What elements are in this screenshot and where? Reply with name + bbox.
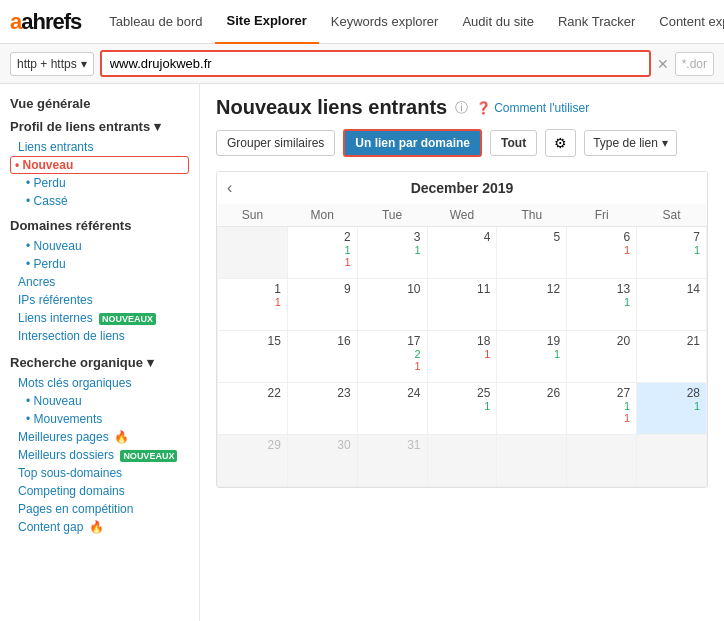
calendar-cell[interactable]: 23 (287, 383, 357, 435)
question-circle-icon: ❓ (476, 101, 491, 115)
calendar-cell[interactable]: 61 (567, 227, 637, 279)
sidebar-nouveau[interactable]: • Nouveau (10, 156, 189, 174)
day-header-sun: Sun (218, 204, 288, 227)
protocol-select[interactable]: http + https ▾ (10, 52, 94, 76)
sidebar-liens-internes[interactable]: Liens internes NOUVEAUX (10, 309, 189, 327)
calendar-cell[interactable]: 71 (637, 227, 707, 279)
calendar-cell[interactable]: 10 (357, 279, 427, 331)
how-to-link[interactable]: ❓ Comment l'utiliser (476, 101, 589, 115)
nav-site-explorer[interactable]: Site Explorer (215, 0, 319, 44)
calendar-cell[interactable]: 251 (427, 383, 497, 435)
sidebar-domaines-title: Domaines référents (10, 218, 189, 233)
calendar-cell[interactable]: 30 (287, 435, 357, 487)
day-header-wed: Wed (427, 204, 497, 227)
calendar-cell[interactable]: 12 (497, 279, 567, 331)
calendar-cell[interactable]: 5 (497, 227, 567, 279)
sidebar-top-sous-domaines[interactable]: Top sous-domaines (10, 464, 189, 482)
nav-tableau[interactable]: Tableau de bord (97, 0, 214, 44)
info-icon[interactable]: ⓘ (455, 99, 468, 117)
url-bar: http + https ▾ ✕ *.dor (0, 44, 724, 84)
domain-suffix: *.dor (675, 52, 714, 76)
tout-button[interactable]: Tout (490, 130, 537, 156)
calendar-grid: Sun Mon Tue Wed Thu Fri Sat 211314561711… (217, 204, 707, 487)
calendar-cell[interactable]: 16 (287, 331, 357, 383)
grouper-similaires-button[interactable]: Grouper similaires (216, 130, 335, 156)
sidebar-perdu[interactable]: • Perdu (10, 174, 189, 192)
sidebar-casse[interactable]: • Cassé (10, 192, 189, 210)
calendar-cell[interactable]: 14 (637, 279, 707, 331)
type-lien-select[interactable]: Type de lien ▾ (584, 130, 677, 156)
calendar-cell[interactable]: 9 (287, 279, 357, 331)
toolbar: Grouper similaires Un lien par domaine T… (216, 129, 708, 157)
sidebar-profil-liens-title: Profil de liens entrants ▾ (10, 119, 189, 134)
fire-icon-2: 🔥 (89, 520, 104, 534)
calendar-cell[interactable]: 211 (287, 227, 357, 279)
sidebar-ancres[interactable]: Ancres (10, 273, 189, 291)
nav-audit[interactable]: Audit du site (450, 0, 546, 44)
calendar-prev-button[interactable]: ‹ (227, 179, 232, 197)
sidebar-competing-domains[interactable]: Competing domains (10, 482, 189, 500)
nav-keywords-explorer[interactable]: Keywords explorer (319, 0, 451, 44)
clear-button[interactable]: ✕ (657, 56, 669, 72)
logo[interactable]: aahrefs (10, 9, 81, 35)
calendar-cell[interactable]: 26 (497, 383, 567, 435)
sidebar-liens-entrants[interactable]: Liens entrants (10, 138, 189, 156)
calendar-cell[interactable]: 22 (218, 383, 288, 435)
sidebar-meilleures-pages[interactable]: Meilleures pages 🔥 (10, 428, 189, 446)
gear-icon: ⚙ (554, 135, 567, 151)
calendar-cell[interactable]: 21 (637, 331, 707, 383)
day-header-thu: Thu (497, 204, 567, 227)
calendar-cell[interactable]: 191 (497, 331, 567, 383)
calendar-cell[interactable]: 4 (427, 227, 497, 279)
sidebar-dom-nouveau[interactable]: • Nouveau (10, 237, 189, 255)
chevron-down-icon: ▾ (147, 355, 154, 370)
calendar-cell[interactable]: 131 (567, 279, 637, 331)
calendar-cell[interactable]: 20 (567, 331, 637, 383)
settings-button[interactable]: ⚙ (545, 129, 576, 157)
sidebar-recherche-title: Recherche organique ▾ (10, 355, 189, 370)
new-badge: NOUVEAUX (99, 313, 156, 325)
sidebar-vue-generale[interactable]: Vue générale (10, 96, 189, 111)
nav-content[interactable]: Content exp... (647, 0, 724, 44)
sidebar-ips[interactable]: IPs référentes (10, 291, 189, 309)
calendar-cell[interactable] (637, 435, 707, 487)
sidebar-intersection[interactable]: Intersection de liens (10, 327, 189, 345)
calendar-cell[interactable]: 2711 (567, 383, 637, 435)
calendar-cell[interactable] (218, 227, 288, 279)
page-header: Nouveaux liens entrants ⓘ ❓ Comment l'ut… (216, 96, 708, 119)
calendar-cell[interactable]: 1721 (357, 331, 427, 383)
calendar-cell[interactable]: 31 (357, 227, 427, 279)
sidebar-mots-cles[interactable]: Mots clés organiques (10, 374, 189, 392)
calendar-cell[interactable]: 24 (357, 383, 427, 435)
sidebar-mk-mouvements[interactable]: • Mouvements (10, 410, 189, 428)
day-header-tue: Tue (357, 204, 427, 227)
calendar-cell[interactable]: 15 (218, 331, 288, 383)
calendar-cell[interactable] (567, 435, 637, 487)
chevron-down-icon: ▾ (662, 136, 668, 150)
chevron-down-icon: ▾ (154, 119, 161, 134)
content-area: Nouveaux liens entrants ⓘ ❓ Comment l'ut… (200, 84, 724, 621)
sidebar-pages-competition[interactable]: Pages en compétition (10, 500, 189, 518)
url-input[interactable] (100, 50, 651, 77)
sidebar-content-gap[interactable]: Content gap 🔥 (10, 518, 189, 536)
sidebar-dom-perdu[interactable]: • Perdu (10, 255, 189, 273)
main-layout: Vue générale Profil de liens entrants ▾ … (0, 84, 724, 621)
calendar-cell[interactable]: 29 (218, 435, 288, 487)
calendar-cell[interactable]: 181 (427, 331, 497, 383)
day-header-fri: Fri (567, 204, 637, 227)
calendar-cell[interactable]: 11 (218, 279, 288, 331)
un-lien-par-domaine-button[interactable]: Un lien par domaine (343, 129, 482, 157)
calendar-cell[interactable]: 11 (427, 279, 497, 331)
fire-icon: 🔥 (114, 430, 129, 444)
calendar-cell[interactable]: 281 (637, 383, 707, 435)
sidebar-mk-nouveau[interactable]: • Nouveau (10, 392, 189, 410)
new-badge-2: NOUVEAUX (120, 450, 177, 462)
calendar: ‹ December 2019 Sun Mon Tue Wed Thu Fri … (216, 171, 708, 488)
calendar-cell[interactable] (427, 435, 497, 487)
chevron-down-icon: ▾ (81, 57, 87, 71)
day-header-sat: Sat (637, 204, 707, 227)
calendar-cell[interactable] (497, 435, 567, 487)
sidebar-meilleurs-dossiers[interactable]: Meilleurs dossiers NOUVEAUX (10, 446, 189, 464)
nav-rank-tracker[interactable]: Rank Tracker (546, 0, 647, 44)
calendar-cell[interactable]: 31 (357, 435, 427, 487)
